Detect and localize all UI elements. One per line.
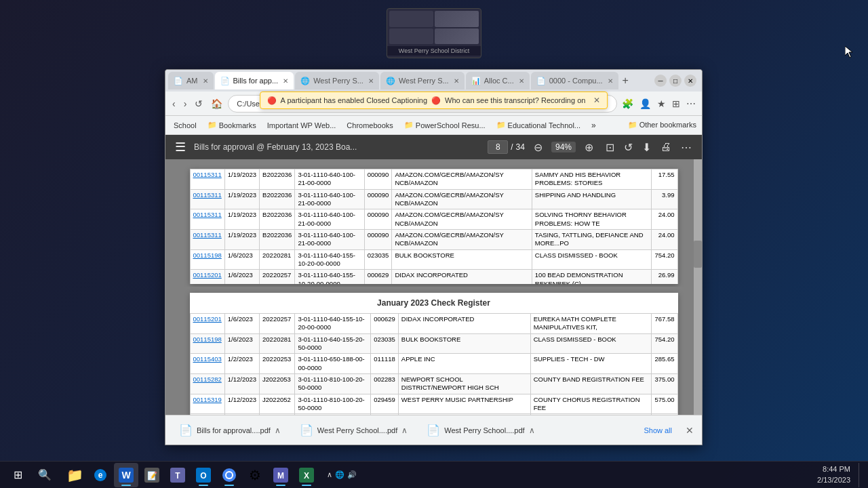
forward-button[interactable]: › [181, 96, 190, 111]
tab-am-close[interactable]: ✕ [203, 77, 208, 85]
bookmark-wp-web[interactable]: Important WP Web... [264, 120, 339, 131]
taskbar-clock[interactable]: 8:44 PM 2/13/2023 [817, 464, 856, 485]
pdf-more-button[interactable]: ⋯ [677, 140, 695, 155]
bookmark-bookmarks[interactable]: 📁 Bookmarks [205, 119, 259, 131]
taskbar-settings[interactable]: ⚙ [243, 463, 267, 487]
check-link[interactable]: 00115311 [193, 211, 222, 218]
tab-comp-close[interactable]: ✕ [608, 77, 613, 85]
download-bar-close[interactable]: ✕ [686, 425, 694, 436]
pdf-scrollbar[interactable] [694, 159, 702, 445]
tab-wp1-label: West Perry S... [313, 77, 363, 85]
tab-west-perry-1[interactable]: 🌐 West Perry S... ✕ [295, 72, 379, 89]
other-bookmarks[interactable]: 📁 Other bookmarks [628, 121, 696, 129]
tab-bills-close[interactable]: ✕ [283, 77, 288, 85]
download-chevron-1[interactable]: ∧ [275, 426, 281, 435]
pdf-download-button[interactable]: ⬇ [639, 140, 654, 155]
pdf-page-separator: / [511, 142, 513, 152]
close-button[interactable]: ✕ [684, 75, 696, 87]
check-link[interactable]: 00115311 [193, 171, 222, 178]
pdf-print-button[interactable]: 🖨 [657, 140, 675, 155]
tab-west-perry-2[interactable]: 🌐 West Perry S... ✕ [380, 72, 465, 89]
svg-text:X: X [304, 471, 309, 481]
download-label-3: West Perry School....pdf [444, 426, 524, 434]
collections-button[interactable]: ⊞ [670, 97, 682, 110]
taskbar-excel[interactable]: X [294, 463, 319, 487]
download-chevron-2[interactable]: ∧ [401, 426, 408, 435]
check-link[interactable]: 00115311 [193, 231, 222, 239]
taskbar-outlook[interactable]: O [191, 463, 216, 487]
home-button[interactable]: 🏠 [208, 96, 225, 111]
more-button[interactable]: ⋯ [684, 97, 698, 110]
table-row: 00115311 1/19/2023 B2022036 3-01-1110-64… [190, 169, 677, 190]
bookmark-chromebooks[interactable]: Chromebooks [344, 120, 395, 131]
download-item-3[interactable]: 📄 West Perry School....pdf ∧ [421, 421, 540, 439]
tab-bills[interactable]: 📄 Bills for app... ✕ [215, 72, 294, 89]
pdf-page-bottom: January 2023 Check Register 00115201 1/6… [190, 293, 678, 435]
new-tab-button[interactable]: + [620, 75, 631, 87]
pdf-fit-button[interactable]: ⊡ [602, 140, 618, 155]
check-link[interactable]: 00115311 [193, 191, 222, 199]
bookmark-bookmarks-icon: 📁 [208, 121, 217, 129]
check-link[interactable]: 00115198 [193, 336, 222, 343]
download-item-1[interactable]: 📄 Bills for approval....pdf ∧ [174, 421, 286, 439]
table-row: 00115311 1/19/2023 B2022036 3-01-1110-64… [190, 230, 677, 250]
maximize-button[interactable]: □ [669, 75, 682, 87]
pdf-content: 00115311 1/19/2023 B2022036 3-01-1110-64… [165, 159, 702, 445]
pdf-rotate-button[interactable]: ↺ [620, 140, 636, 155]
tray-volume[interactable]: 🔊 [347, 470, 357, 479]
notif-close-button[interactable]: ✕ [593, 96, 600, 105]
tray-chevron[interactable]: ∧ [327, 470, 332, 479]
taskbar-teams[interactable]: T [165, 463, 190, 487]
taskbar-edge[interactable]: e [88, 463, 113, 487]
bookmarks-chevron[interactable]: » [591, 121, 596, 130]
show-desktop-button[interactable] [859, 463, 863, 487]
pdf-zoom-in-button[interactable]: ⊕ [581, 140, 597, 155]
pdf-title: Bills for approval @ February 13, 2023 B… [194, 142, 482, 152]
bookmark-powerschool-label: PowerSchool Resu... [416, 121, 486, 129]
tab-am[interactable]: 📄 AM ✕ [168, 72, 214, 89]
tab-wp2-close[interactable]: ✕ [454, 77, 459, 85]
svg-text:T: T [175, 471, 180, 481]
taskbar-notepad[interactable]: 📝 [140, 463, 164, 487]
bookmarks-bar: School 📁 Bookmarks Important WP Web... C… [165, 116, 702, 135]
check-link[interactable]: 00115198 [193, 251, 222, 259]
taskbar-word[interactable]: W [114, 463, 138, 487]
video-cell-4 [435, 28, 479, 45]
check-link[interactable]: 00115201 [193, 315, 222, 323]
bookmark-powerschool[interactable]: 📁 PowerSchool Resu... [401, 119, 488, 131]
pdf-menu-button[interactable]: ☰ [172, 138, 189, 156]
bookmark-chromebooks-label: Chromebooks [347, 121, 393, 129]
back-button[interactable]: ‹ [170, 96, 178, 111]
tab-computer[interactable]: 📄 0000 - Compu... ✕ [531, 72, 618, 89]
check-link[interactable]: 00115319 [193, 396, 222, 403]
show-all-button[interactable]: Show all [644, 426, 672, 434]
check-link[interactable]: 00115201 [193, 271, 222, 279]
favorites-button[interactable]: ★ [655, 97, 668, 110]
download-chevron-3[interactable]: ∧ [529, 426, 535, 435]
check-link[interactable]: 00115282 [193, 375, 222, 383]
download-item-2[interactable]: 📄 West Perry School....pdf ∧ [294, 421, 413, 439]
profile-button[interactable]: 👤 [637, 97, 653, 110]
table-row: 00115201 1/6/2023 20220257 3-01-1110-640… [190, 314, 677, 334]
tray-network[interactable]: 🌐 [335, 470, 344, 479]
tab-alloc[interactable]: 📊 Alloc C... ✕ [466, 72, 530, 89]
bookmark-ps-icon: 📁 [404, 121, 414, 129]
tab-alloc-close[interactable]: ✕ [519, 77, 524, 85]
bookmark-school[interactable]: School [171, 120, 199, 131]
check-link[interactable]: 00115403 [193, 355, 222, 363]
taskbar-search[interactable]: 🔍 [33, 463, 57, 487]
bookmark-school-label: School [174, 121, 197, 129]
bookmark-ed-tech[interactable]: 📁 Educational Technol... [494, 119, 583, 131]
tab-wp1-close[interactable]: ✕ [368, 77, 374, 85]
pdf-scrollbar-thumb[interactable] [694, 241, 702, 268]
extensions-button[interactable]: 🧩 [620, 97, 635, 110]
reload-button[interactable]: ↺ [192, 96, 205, 111]
minimize-button[interactable]: ─ [654, 75, 667, 87]
taskbar-teams2[interactable]: M [269, 463, 293, 487]
taskbar-start[interactable]: ⊞ [5, 463, 30, 487]
other-bookmarks-icon: 📁 [628, 121, 637, 129]
pdf-page-input[interactable] [488, 140, 508, 154]
taskbar-file-explorer[interactable]: 📁 [62, 463, 87, 487]
taskbar-chrome[interactable] [217, 463, 241, 487]
pdf-zoom-out-button[interactable]: ⊖ [530, 140, 546, 155]
